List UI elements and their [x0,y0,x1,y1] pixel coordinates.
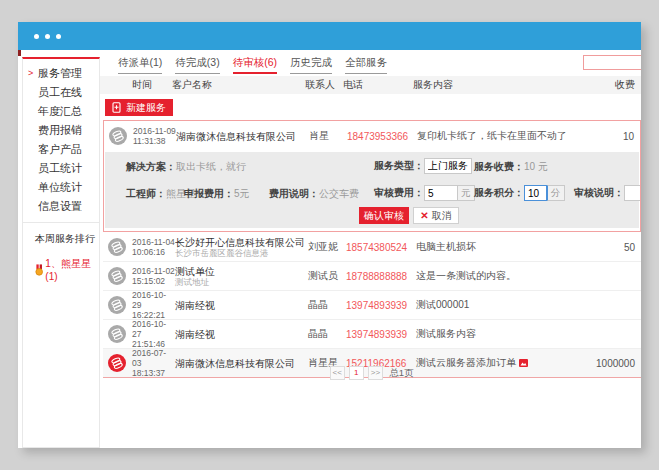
next-page-button[interactable]: >> [368,366,383,380]
sidebar-item-7[interactable]: > 单位统计 [23,178,99,197]
row-customer: 测试单位 测试地址 [175,266,308,287]
row-customer: 湖南经视 [175,300,308,311]
row-timestamp: 2016-11-0410:06:16 [132,237,175,257]
ranking-list-item[interactable]: 1、熊星星(1) [35,257,99,282]
row-service-content: 测试服务内容 [416,327,575,341]
row-phone: 18788888888 [346,271,416,282]
desktop-background: > 服务管理 > 员工在线 > 年度汇总 > 费用报销 > 客户产品 > 员工统… [0,0,659,470]
tab-3[interactable]: 待审核(6) [233,56,277,74]
selected-order-block: 2016-11-0911:31:38 湖南微沐信息科技有限公司 肖星 18473… [103,120,641,232]
row-customer-address: 长沙市岳麓区麓谷信息港 [175,248,308,258]
table-row[interactable]: 2016-11-0215:15:02 测试单位 测试地址 测试员 1878888… [103,262,641,291]
service-fee-field: 服务收费：10 元 [474,160,548,174]
row-timestamp: 2016-11-0911:31:38 [133,126,176,146]
review-note-field: 审核说明： [574,185,641,201]
header-phone: 电话 [343,78,413,92]
current-page-button[interactable]: 1 [349,366,364,380]
service-type-field: 服务类型： [374,158,472,174]
row-contact: 测试员 [308,269,346,283]
sidebar-item-5[interactable]: > 客户产品 [23,140,99,159]
row-contact: 刘亚妮 [308,240,346,254]
row-fee: 50 [575,242,641,253]
points-input[interactable] [524,185,547,201]
app-content: > 服务管理 > 员工在线 > 年度汇总 > 费用报销 > 客户产品 > 员工统… [18,50,641,448]
main-panel: 待派单(1)待完成(3)待审核(6)历史完成全部服务 时间 客户名称 联系人 电… [100,50,641,448]
row-contact: 晶晶 [308,327,346,341]
table-row[interactable]: 2016-11-0410:06:16 长沙好开心信息科技有限公司 长沙市岳麓区麓… [103,233,641,262]
row-phone: 18473953366 [347,131,417,142]
app-window: > 服务管理 > 员工在线 > 年度汇总 > 费用报销 > 客户产品 > 员工统… [18,22,641,448]
tab-2[interactable]: 待完成(3) [175,56,219,74]
row-timestamp: 2016-10-2916:22:21 [132,290,175,320]
selected-row-slot: 2016-11-0911:31:38 湖南微沐信息科技有限公司 肖星 18473… [104,121,640,151]
review-fee-input[interactable] [424,185,457,201]
sidebar-item-4[interactable]: > 费用报销 [23,121,99,140]
sidebar-item-3[interactable]: > 年度汇总 [23,102,99,121]
service-order-icon [108,325,126,343]
fee-note-field: 费用说明：公交车费 [269,187,359,201]
row-phone: 13974893939 [346,329,416,340]
search-input[interactable] [583,55,641,70]
row-timestamp: 2016-11-0215:15:02 [132,266,175,286]
row-timestamp: 2016-10-2721:51:46 [132,319,175,349]
row-contact: 晶晶 [308,298,346,312]
row-service-content: 这是一条测试的内容。 [416,269,575,283]
tab-1[interactable]: 待派单(1) [118,56,162,74]
service-order-icon [108,238,126,256]
window-titlebar [18,22,641,50]
sidebar: > 服务管理 > 员工在线 > 年度汇总 > 费用报销 > 客户产品 > 员工统… [22,57,100,448]
review-detail-panel: 解决方案：取出卡纸，就行 服务类型： 服务收费：10 元 工程师：熊星星 申报 [105,152,639,228]
row-customer-address: 测试地址 [175,277,308,287]
review-fee-field: 审核费用：元 [374,185,475,201]
table-row[interactable]: 2016-10-2916:22:21 湖南经视 晶晶 13974893939 测… [103,291,641,320]
confirm-review-button[interactable]: 确认审核 [359,207,409,224]
total-pages-label: 总1页 [389,367,413,380]
row-phone: 13974893939 [346,300,416,311]
header-customer: 客户名称 [172,78,305,92]
tab-5[interactable]: 全部服务 [345,56,387,74]
cancel-button[interactable]: ✕取消 [413,207,459,224]
new-service-button[interactable]: 新建服务 [105,99,173,116]
corner-notch [18,50,21,56]
row-customer: 湖南经视 [175,329,308,340]
table-row[interactable]: 2016-10-2721:51:46 湖南经视 晶晶 13974893939 测… [103,320,641,349]
solution-field: 解决方案：取出卡纸，就行 [126,160,246,174]
review-note-input[interactable] [624,185,641,201]
tab-bar: 待派单(1)待完成(3)待审核(6)历史完成全部服务 [118,56,400,74]
row-customer: 湖南微沐信息科技有限公司 [176,131,309,142]
sidebar-item-1[interactable]: > 服务管理 [23,64,99,83]
medal-icon [35,264,43,276]
ranking-title: 本周服务排行 [35,232,99,246]
row-service-content: 电脑主机损坏 [416,240,575,254]
prev-page-button[interactable]: << [330,366,345,380]
sidebar-item-6[interactable]: > 员工统计 [23,159,99,178]
titlebar-dot-icon [56,34,61,39]
points-field: 服务积分：分 [474,185,565,201]
chevron-right-icon: > [28,64,33,83]
close-x-icon: ✕ [420,210,428,221]
sidebar-menu: > 服务管理 > 员工在线 > 年度汇总 > 费用报销 > 客户产品 > 员工统… [23,59,99,216]
titlebar-dot-icon [45,34,50,39]
titlebar-dot-icon [34,34,39,39]
pagination: << 1 >> 总1页 [100,366,641,380]
service-type-input[interactable] [424,158,472,174]
sidebar-item-8[interactable]: > 信息设置 [23,197,99,216]
row-fee: 10 [574,131,640,142]
row-phone: 18574380524 [346,242,416,253]
row-service-content: 测试000001 [416,298,575,312]
order-list: 2016-11-0410:06:16 长沙好开心信息科技有限公司 长沙市岳麓区麓… [103,233,641,378]
header-fee: 收费 [575,78,641,92]
service-order-icon [109,127,127,145]
table-row[interactable]: 2016-11-0911:31:38 湖南微沐信息科技有限公司 肖星 18473… [104,121,640,151]
header-time: 时间 [129,78,172,92]
sidebar-item-2[interactable]: > 员工在线 [23,83,99,102]
weekly-ranking-panel: 本周服务排行 1、熊星星(1) [23,223,99,282]
ranking-list: 1、熊星星(1) [35,257,99,282]
row-customer: 长沙好开心信息科技有限公司 长沙市岳麓区麓谷信息港 [175,237,308,258]
doc-plus-icon [112,102,122,113]
service-order-icon [108,296,126,314]
tab-4[interactable]: 历史完成 [290,56,332,74]
row-contact: 肖星 [309,129,347,143]
header-contact: 联系人 [305,78,343,92]
header-content: 服务内容 [413,78,575,92]
